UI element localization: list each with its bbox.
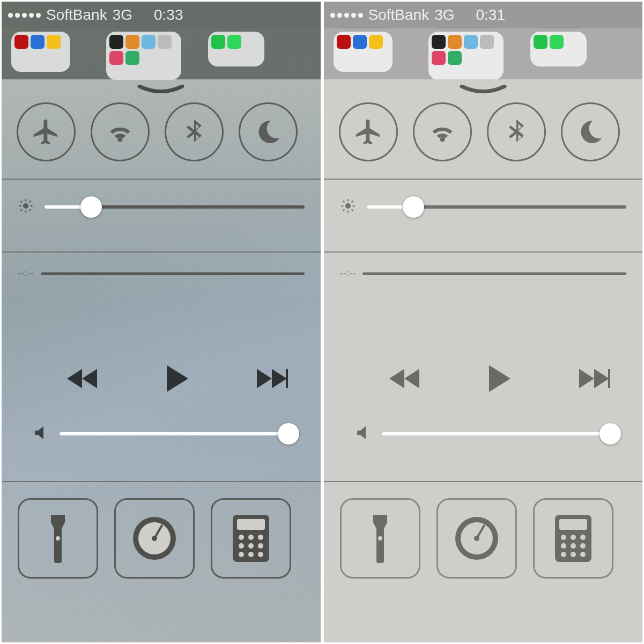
brightness-slider[interactable] xyxy=(45,205,305,209)
volume-slider[interactable] xyxy=(60,432,288,435)
folder-1[interactable] xyxy=(334,32,393,72)
scrubber[interactable] xyxy=(41,272,305,275)
carrier-label: SoftBank xyxy=(46,6,107,24)
forward-button[interactable] xyxy=(576,366,610,391)
folder-3[interactable] xyxy=(208,32,264,66)
svg-point-44 xyxy=(561,543,566,549)
folder-2[interactable] xyxy=(428,32,504,80)
svg-point-46 xyxy=(580,543,586,549)
control-center-sheet: --:-- xyxy=(2,79,321,642)
svg-point-20 xyxy=(248,543,254,549)
app-icon xyxy=(109,35,123,49)
home-icons-row xyxy=(324,28,643,79)
scrubber[interactable] xyxy=(362,272,626,275)
svg-point-24 xyxy=(258,552,263,557)
svg-line-5 xyxy=(21,201,23,203)
flashlight-button[interactable] xyxy=(340,498,420,579)
app-icon xyxy=(480,35,494,49)
svg-point-17 xyxy=(248,535,254,540)
sun-icon xyxy=(18,198,34,216)
flashlight-icon xyxy=(367,512,394,565)
svg-line-8 xyxy=(29,201,31,203)
app-icon xyxy=(448,35,462,49)
svg-point-23 xyxy=(248,552,254,557)
wifi-toggle[interactable] xyxy=(91,102,150,161)
brightness-slider[interactable] xyxy=(367,205,627,209)
grabber-handle[interactable] xyxy=(137,85,185,94)
sun-icon xyxy=(340,198,356,216)
signal-dots-icon xyxy=(330,13,363,18)
app-icon xyxy=(14,35,28,49)
airplane-toggle[interactable] xyxy=(339,102,398,161)
svg-point-42 xyxy=(571,535,576,540)
screenshot-right: SoftBank 3G 0:31 xyxy=(324,2,643,642)
brightness-row xyxy=(2,180,321,234)
clock-label: 0:33 xyxy=(154,6,183,24)
forward-button[interactable] xyxy=(254,366,288,391)
svg-point-43 xyxy=(580,535,586,540)
svg-point-49 xyxy=(580,552,586,557)
clock-label: 0:31 xyxy=(476,6,506,24)
volume-slider[interactable] xyxy=(382,432,611,435)
bluetooth-toggle[interactable] xyxy=(165,102,224,161)
svg-point-41 xyxy=(561,535,566,540)
timer-button[interactable] xyxy=(436,498,517,579)
dnd-toggle[interactable] xyxy=(561,102,620,161)
calculator-icon xyxy=(552,513,595,564)
play-button[interactable] xyxy=(165,364,189,393)
app-icon xyxy=(353,35,367,49)
folder-1[interactable] xyxy=(11,32,70,72)
svg-line-30 xyxy=(343,201,344,203)
svg-point-47 xyxy=(561,552,566,557)
app-icon xyxy=(125,51,139,65)
wifi-toggle[interactable] xyxy=(413,102,472,161)
svg-point-21 xyxy=(258,543,263,549)
network-label: 3G xyxy=(434,6,454,24)
svg-rect-15 xyxy=(237,519,265,530)
flashlight-button[interactable] xyxy=(18,498,98,579)
carrier-label: SoftBank xyxy=(368,6,430,24)
app-icon xyxy=(109,51,123,65)
shortcut-row xyxy=(2,482,321,579)
music-section: --:-- xyxy=(2,253,321,464)
dnd-toggle[interactable] xyxy=(239,102,298,161)
folder-3[interactable] xyxy=(530,32,587,66)
svg-point-0 xyxy=(23,203,28,209)
calculator-button[interactable] xyxy=(211,498,291,579)
svg-point-22 xyxy=(239,552,244,557)
svg-line-31 xyxy=(351,210,353,211)
airplane-toggle[interactable] xyxy=(17,102,76,161)
calculator-button[interactable] xyxy=(533,498,613,579)
app-icon xyxy=(432,35,446,49)
app-icon xyxy=(227,35,241,49)
play-button[interactable] xyxy=(487,364,512,393)
rewind-button[interactable] xyxy=(388,366,423,391)
speaker-icon xyxy=(356,425,369,442)
moon-icon xyxy=(575,117,605,147)
bluetooth-toggle[interactable] xyxy=(487,102,546,161)
calculator-icon xyxy=(230,513,272,564)
elapsed-label: --:-- xyxy=(18,269,34,278)
svg-point-48 xyxy=(571,552,576,557)
app-icon xyxy=(550,35,564,49)
control-center-sheet: --:-- xyxy=(324,79,643,642)
app-icon xyxy=(464,35,478,49)
rewind-button[interactable] xyxy=(66,366,100,391)
app-icon xyxy=(47,35,61,49)
app-icon xyxy=(31,35,45,49)
signal-dots-icon xyxy=(8,13,41,18)
elapsed-label: --:-- xyxy=(340,269,357,278)
svg-point-34 xyxy=(378,536,382,541)
timer-button[interactable] xyxy=(114,498,195,579)
app-icon xyxy=(158,35,172,49)
app-icon xyxy=(369,35,383,49)
forward-icon xyxy=(254,366,288,391)
grabber-handle[interactable] xyxy=(459,85,507,94)
folder-2[interactable] xyxy=(106,32,181,80)
svg-point-9 xyxy=(56,536,60,541)
svg-rect-40 xyxy=(559,519,587,530)
toggle-row xyxy=(324,102,643,161)
wifi-icon xyxy=(105,117,135,147)
transport-controls xyxy=(18,364,305,393)
status-bar: SoftBank 3G 0:31 xyxy=(324,2,643,28)
